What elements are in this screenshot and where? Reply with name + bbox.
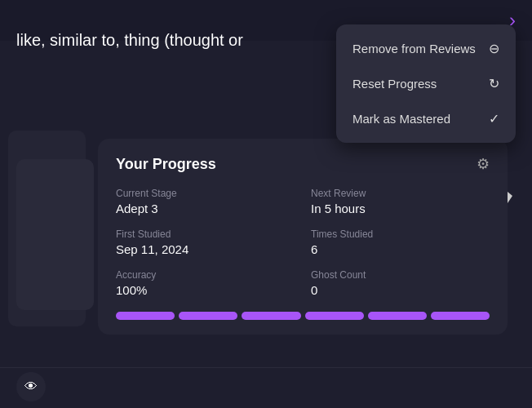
stat-label-current-stage: Current Stage: [116, 188, 295, 199]
stat-value-ghost-count: 0: [311, 283, 490, 297]
mark-mastered-label: Mark as Mastered: [352, 112, 450, 126]
remove-reviews-label: Remove from Reviews: [352, 42, 476, 55]
eye-button[interactable]: 👁: [16, 372, 46, 401]
eye-icon: 👁: [24, 379, 38, 394]
reset-icon: ↻: [489, 76, 499, 91]
stat-ghost-count: Ghost Count 0: [311, 269, 490, 297]
progress-seg-4: [305, 312, 364, 320]
progress-card: Your Progress ⚙ Current Stage Adept 3 Ne…: [98, 139, 508, 335]
stat-first-studied: First Studied Sep 11, 2024: [116, 228, 295, 256]
progress-seg-1: [116, 312, 175, 320]
card-text-content: like, similar to, thing (thought or: [16, 31, 243, 49]
progress-seg-6: [431, 312, 490, 320]
settings-button[interactable]: ⚙: [477, 155, 490, 173]
stat-value-first-studied: Sep 11, 2024: [116, 242, 295, 256]
mastered-icon: ✓: [489, 111, 499, 126]
progress-seg-2: [179, 312, 237, 320]
stat-value-current-stage: Adept 3: [116, 202, 295, 215]
progress-seg-5: [368, 312, 427, 320]
stat-label-first-studied: First Studied: [116, 228, 295, 240]
progress-title: Your Progress: [116, 156, 216, 173]
remove-from-reviews-item[interactable]: Remove from Reviews ⊖: [336, 31, 516, 66]
remove-icon: ⊖: [489, 41, 499, 56]
flashcard-text: like, similar to, thing (thought or: [0, 23, 294, 58]
stat-value-accuracy: 100%: [116, 283, 295, 297]
bottom-content: 👁: [16, 372, 46, 401]
mark-mastered-item[interactable]: Mark as Mastered ✓: [336, 101, 516, 136]
progress-card-header: Your Progress ⚙: [116, 155, 490, 173]
stat-value-next-review: In 5 hours: [311, 202, 490, 215]
stat-label-times-studied: Times Studied: [311, 228, 490, 240]
stat-label-next-review: Next Review: [311, 188, 490, 199]
reset-progress-item[interactable]: Reset Progress ↻: [336, 66, 516, 101]
stat-next-review: Next Review In 5 hours: [311, 188, 490, 215]
stat-current-stage: Current Stage Adept 3: [116, 188, 295, 215]
stat-label-ghost-count: Ghost Count: [311, 269, 490, 281]
stat-accuracy: Accuracy 100%: [116, 269, 295, 297]
side-card-back-2: [16, 159, 94, 310]
progress-seg-3: [242, 312, 300, 320]
stat-label-accuracy: Accuracy: [116, 269, 295, 281]
bottom-bar: [0, 367, 532, 408]
reset-progress-label: Reset Progress: [352, 77, 437, 91]
stats-grid: Current Stage Adept 3 Next Review In 5 h…: [116, 188, 490, 297]
stat-value-times-studied: 6: [311, 242, 490, 256]
stat-times-studied: Times Studied 6: [311, 228, 490, 256]
context-menu: Remove from Reviews ⊖ Reset Progress ↻ M…: [336, 24, 516, 143]
progress-bar-row: [116, 312, 490, 320]
